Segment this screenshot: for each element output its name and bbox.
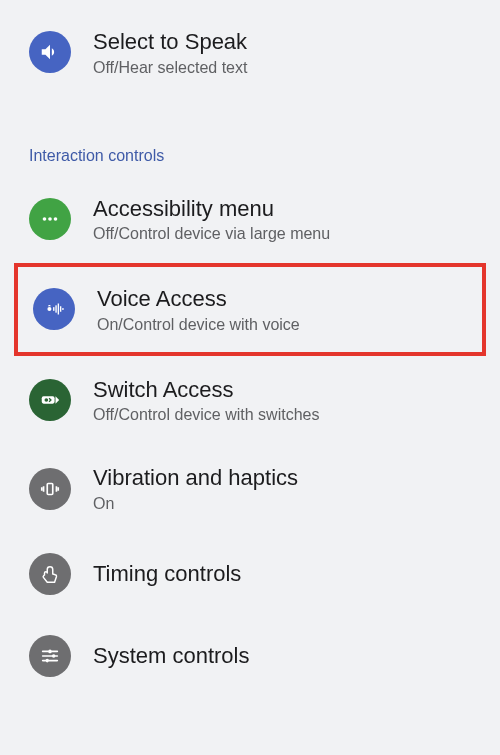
section-header: Interaction controls [0, 127, 500, 175]
svg-point-2 [54, 217, 58, 221]
vibration-item[interactable]: Vibration and haptics On [0, 444, 500, 533]
text-wrap: Switch Access Off/Control device with sw… [93, 376, 319, 425]
svg-rect-7 [60, 307, 61, 313]
svg-point-3 [47, 307, 51, 311]
text-wrap: Timing controls [93, 560, 241, 589]
text-wrap: System controls [93, 642, 250, 671]
accessibility-menu-item[interactable]: Accessibility menu Off/Control device vi… [0, 175, 500, 264]
speak-icon [29, 31, 71, 73]
text-wrap: Accessibility menu Off/Control device vi… [93, 195, 330, 244]
item-subtitle: On/Control device with voice [97, 316, 300, 334]
item-title: Accessibility menu [93, 195, 330, 224]
touch-icon [29, 553, 71, 595]
svg-rect-8 [62, 309, 63, 311]
select-to-speak-item[interactable]: Select to Speak Off/Hear selected text [0, 8, 500, 97]
item-title: Select to Speak [93, 28, 247, 57]
svg-point-10 [45, 398, 49, 402]
switch-access-item[interactable]: Switch Access Off/Control device with sw… [0, 356, 500, 445]
item-title: Switch Access [93, 376, 319, 405]
svg-rect-4 [53, 308, 54, 312]
svg-point-0 [43, 217, 47, 221]
svg-point-12 [48, 650, 52, 654]
sliders-icon [29, 635, 71, 677]
voice-access-item[interactable]: Voice Access On/Control device with voic… [14, 263, 486, 356]
svg-rect-11 [47, 483, 53, 494]
text-wrap: Select to Speak Off/Hear selected text [93, 28, 247, 77]
svg-point-13 [52, 654, 56, 658]
svg-point-1 [48, 217, 52, 221]
svg-rect-6 [58, 304, 59, 315]
voice-icon [33, 288, 75, 330]
vibration-icon [29, 468, 71, 510]
item-subtitle: Off/Control device with switches [93, 406, 319, 424]
item-title: System controls [93, 642, 250, 671]
item-title: Voice Access [97, 285, 300, 314]
item-title: Timing controls [93, 560, 241, 589]
item-subtitle: Off/Hear selected text [93, 59, 247, 77]
settings-list: Select to Speak Off/Hear selected text I… [0, 0, 500, 697]
item-subtitle: On [93, 495, 298, 513]
text-wrap: Vibration and haptics On [93, 464, 298, 513]
svg-point-14 [45, 659, 49, 663]
system-controls-item[interactable]: System controls [0, 615, 500, 697]
text-wrap: Voice Access On/Control device with voic… [97, 285, 300, 334]
timing-controls-item[interactable]: Timing controls [0, 533, 500, 615]
dots-icon [29, 198, 71, 240]
item-title: Vibration and haptics [93, 464, 298, 493]
item-subtitle: Off/Control device via large menu [93, 225, 330, 243]
svg-rect-5 [55, 306, 56, 313]
switch-icon [29, 379, 71, 421]
